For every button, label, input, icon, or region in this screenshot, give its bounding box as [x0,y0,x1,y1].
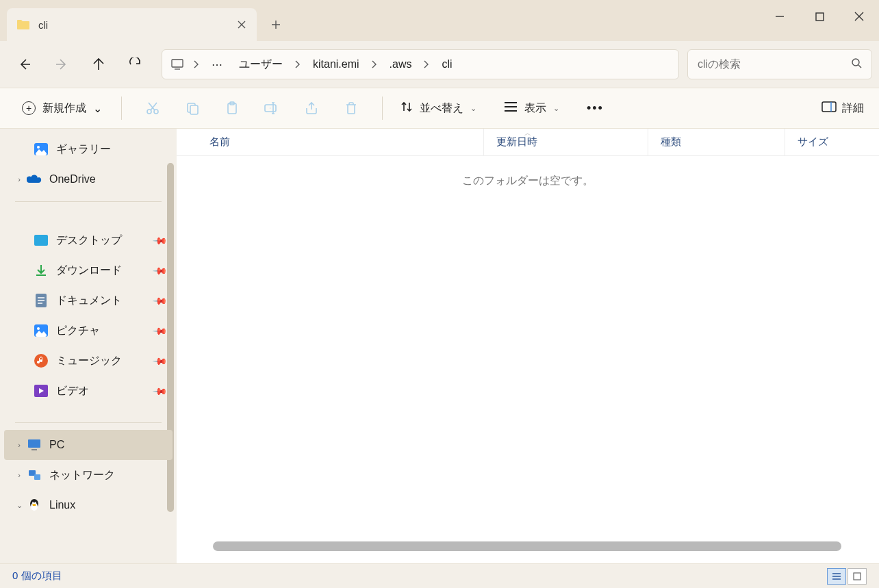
column-size[interactable]: サイズ [785,129,860,155]
svg-rect-20 [31,449,37,450]
close-window-button[interactable] [839,0,879,33]
column-name[interactable]: 名前 [182,136,483,149]
svg-rect-13 [34,235,48,246]
sidebar-item-label: ギャラリー [56,142,111,157]
details-label: 詳細 [842,101,864,116]
svg-rect-1 [172,60,183,67]
sidebar: ギャラリー › OneDrive デスクトップ 📌 ダウンロード 📌 ドキュメン… [0,129,177,563]
svg-rect-22 [34,474,40,480]
refresh-button[interactable] [118,49,153,79]
sidebar-item-label: PC [49,439,64,451]
chevron-down-icon: ⌄ [93,102,102,115]
icons-view-button[interactable] [848,568,867,585]
chevron-down-icon[interactable]: ⌄ [12,501,26,510]
document-icon [33,292,49,309]
divider [15,422,162,423]
titlebar: cli [0,0,879,41]
sidebar-item-documents[interactable]: ドキュメント 📌 [0,285,177,316]
pin-icon[interactable]: 📌 [152,353,168,368]
breadcrumb[interactable]: ⋯ ユーザー kitani.emi .aws cli [162,49,679,79]
chevron-right-icon[interactable] [190,60,203,68]
ellipsis-icon: ••• [587,101,604,116]
breadcrumb-seg-2[interactable]: .aws [381,51,420,78]
breadcrumb-seg-0[interactable]: ユーザー [231,51,291,78]
cut-button[interactable] [134,93,171,123]
linux-icon [26,497,42,513]
window-controls [760,0,879,33]
sidebar-item-label: ピクチャ [56,324,100,338]
breadcrumb-seg-1[interactable]: kitani.emi [305,51,368,78]
new-tab-button[interactable] [261,10,291,40]
sidebar-item-desktop[interactable]: デスクトップ 📌 [0,225,177,255]
folder-icon [16,19,30,30]
pictures-icon [33,322,49,339]
svg-point-26 [35,502,36,503]
sidebar-item-label: ダウンロード [56,264,122,278]
rename-button[interactable] [253,93,290,123]
sidebar-item-downloads[interactable]: ダウンロード 📌 [0,255,177,285]
minimize-button[interactable] [760,0,800,33]
share-button[interactable] [293,93,330,123]
statusbar: 0 個の項目 [0,563,879,588]
search-input[interactable] [698,58,851,71]
chevron-right-icon[interactable] [420,60,433,68]
sidebar-item-label: ネットワーク [49,468,115,483]
details-pane-button[interactable]: 詳細 [821,101,864,116]
new-button[interactable]: + 新規作成 ⌄ [15,97,109,120]
svg-point-24 [31,502,38,511]
pc-icon[interactable] [165,59,190,70]
close-tab-button[interactable] [236,19,247,30]
new-label: 新規作成 [42,101,86,116]
active-tab[interactable]: cli [7,8,257,41]
pin-icon[interactable]: 📌 [152,383,168,398]
pin-icon[interactable]: 📌 [152,232,168,248]
chevron-right-icon[interactable] [368,60,381,68]
sidebar-item-pc[interactable]: › PC [4,430,173,460]
navbar: ⋯ ユーザー kitani.emi .aws cli [0,41,879,88]
sidebar-item-gallery[interactable]: ギャラリー [0,134,177,164]
delete-button[interactable] [333,93,370,123]
view-button[interactable]: 表示 ⌄ [498,101,565,116]
svg-point-2 [852,59,859,66]
divider [382,97,383,120]
sidebar-item-pictures[interactable]: ピクチャ 📌 [0,316,177,346]
chevron-right-icon[interactable]: › [12,441,26,449]
svg-rect-19 [28,439,40,448]
sidebar-item-label: デスクトップ [56,233,122,248]
gallery-icon [33,141,49,157]
search-box[interactable] [687,49,872,79]
chevron-right-icon[interactable]: › [12,175,26,183]
sidebar-item-linux[interactable]: ⌄ Linux [0,490,177,520]
svg-point-16 [37,327,40,330]
horizontal-scrollbar[interactable] [193,541,861,551]
pin-icon[interactable]: 📌 [152,322,168,338]
sidebar-item-music[interactable]: ミュージック 📌 [0,346,177,376]
content-area: ︿ 名前 更新日時 種類 サイズ このフォルダーは空です。 [177,129,879,563]
column-type[interactable]: 種類 [648,129,785,155]
svg-point-25 [32,502,34,503]
chevron-right-icon[interactable] [291,60,305,68]
sidebar-item-label: ミュージック [56,354,122,368]
empty-message: このフォルダーは空です。 [177,174,879,188]
pin-icon[interactable]: 📌 [152,262,168,278]
breadcrumb-overflow[interactable]: ⋯ [203,51,231,78]
sidebar-item-videos[interactable]: ビデオ 📌 [0,376,177,406]
up-button[interactable] [81,49,116,79]
expand-handle[interactable]: ︿ [518,129,538,138]
copy-button[interactable] [174,93,211,123]
forward-button[interactable] [44,49,79,79]
search-icon[interactable] [851,57,862,71]
back-button[interactable] [7,49,42,79]
paste-button[interactable] [214,93,251,123]
sidebar-item-onedrive[interactable]: › OneDrive [0,164,177,194]
pin-icon[interactable]: 📌 [152,292,168,308]
sort-button[interactable]: 並べ替え ⌄ [395,101,482,116]
sidebar-item-network[interactable]: › ネットワーク [0,460,177,490]
column-date[interactable]: 更新日時 [483,129,648,155]
maximize-button[interactable] [800,0,839,33]
details-view-button[interactable] [827,568,846,585]
more-button[interactable]: ••• [581,101,609,116]
chevron-right-icon[interactable]: › [12,471,26,479]
toolbar: + 新規作成 ⌄ 並べ替え ⌄ 表示 ⌄ ••• 詳細 [0,88,879,129]
breadcrumb-seg-3[interactable]: cli [433,51,460,78]
